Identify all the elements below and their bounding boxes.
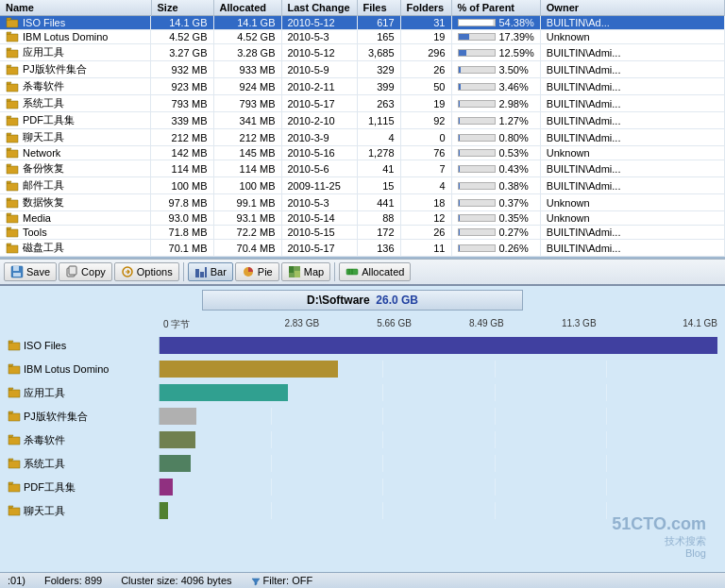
cell-percent: 1.27% xyxy=(451,112,540,129)
bar-label: PJ版软件集合 xyxy=(8,410,159,424)
folder-icon xyxy=(8,481,21,493)
folder-icon xyxy=(6,197,19,209)
bar-label: PDF工具集 xyxy=(8,480,159,495)
cell-size: 97.8 MB xyxy=(151,194,213,211)
toolbar-separator-1 xyxy=(183,262,184,281)
table-row[interactable]: 备份恢复 114 MB 114 MB 2010-5-6 41 7 0.43% B… xyxy=(0,160,725,177)
table-row[interactable]: Tools 71.8 MB 72.2 MB 2010-5-15 172 26 0… xyxy=(0,226,725,240)
table-header-row: Name Size Allocated Last Change Files Fo… xyxy=(0,0,725,16)
cell-percent: 0.27% xyxy=(451,226,540,240)
col-allocated[interactable]: Allocated xyxy=(213,0,281,16)
col-folders[interactable]: Folders xyxy=(400,0,451,16)
bars-container: ISO Files IBM Lotus Domino 应用工具 PJ版软件集合 xyxy=(8,335,717,521)
table-row[interactable]: 磁盘工具 70.1 MB 70.4 MB 2010-5-17 136 11 0.… xyxy=(0,240,725,257)
cell-size: 793 MB xyxy=(151,95,213,112)
axis-label: 8.49 GB xyxy=(440,318,532,331)
toolbar-separator-2 xyxy=(334,262,335,281)
cell-name: 杀毒软件 xyxy=(0,78,151,94)
table-row[interactable]: 数据恢复 97.8 MB 99.1 MB 2010-5-3 441 18 0.3… xyxy=(0,194,725,211)
bar-fill xyxy=(160,384,288,401)
cell-allocated: 145 MB xyxy=(213,146,281,160)
pie-button[interactable]: Pie xyxy=(235,262,279,281)
cell-folders: 26 xyxy=(400,226,451,240)
cell-files: 172 xyxy=(357,226,400,240)
table-row[interactable]: Network 142 MB 145 MB 2010-5-16 1,278 76… xyxy=(0,146,725,160)
cell-allocated: 212 MB xyxy=(213,129,281,146)
allocated-icon xyxy=(346,265,359,278)
cell-lastchange: 2010-5-3 xyxy=(281,194,357,211)
axis-label: 14.1 GB xyxy=(625,318,717,331)
col-lastchange[interactable]: Last Change xyxy=(281,0,357,16)
cell-folders: 50 xyxy=(400,78,451,95)
cell-size: 142 MB xyxy=(151,146,213,160)
table-row[interactable]: 聊天工具 212 MB 212 MB 2010-3-9 4 0 0.80% BU… xyxy=(0,129,725,146)
cell-size: 3.27 GB xyxy=(151,44,213,61)
cell-lastchange: 2010-5-3 xyxy=(281,30,357,44)
cell-lastchange: 2010-5-6 xyxy=(281,160,357,177)
cell-name: IBM Lotus Domino xyxy=(0,30,151,43)
file-table-section: Name Size Allocated Last Change Files Fo… xyxy=(0,0,725,259)
cell-files: 399 xyxy=(357,78,400,95)
allocated-button[interactable]: Allocated xyxy=(339,262,411,281)
bar-fill xyxy=(160,502,168,519)
cell-percent: 3.50% xyxy=(451,61,540,78)
bar-row: 系统工具 xyxy=(8,453,717,474)
table-row[interactable]: 邮件工具 100 MB 100 MB 2009-11-25 15 4 0.38%… xyxy=(0,177,725,194)
cell-name: Media xyxy=(0,211,151,225)
cell-size: 923 MB xyxy=(151,78,213,95)
folder-icon xyxy=(8,387,21,398)
cell-files: 1,115 xyxy=(357,112,400,129)
cell-owner: BUILTIN\Admi... xyxy=(540,129,724,146)
bar-row: 聊天工具 xyxy=(8,500,717,521)
bar-fill xyxy=(160,408,196,425)
table-row[interactable]: PJ版软件集合 932 MB 933 MB 2010-5-9 329 26 3.… xyxy=(0,61,725,78)
bar-label: 应用工具 xyxy=(8,386,159,400)
cell-files: 165 xyxy=(357,30,400,44)
cell-lastchange: 2010-5-15 xyxy=(281,226,357,240)
cell-lastchange: 2009-11-25 xyxy=(281,177,357,194)
col-owner[interactable]: Owner xyxy=(540,0,724,16)
col-size[interactable]: Size xyxy=(151,0,213,16)
table-row[interactable]: Media 93.0 MB 93.1 MB 2010-5-14 88 12 0.… xyxy=(0,211,725,226)
table-row[interactable]: 应用工具 3.27 GB 3.28 GB 2010-5-12 3,685 296… xyxy=(0,44,725,61)
bar-button[interactable]: Bar xyxy=(188,262,233,281)
table-row[interactable]: 系统工具 793 MB 793 MB 2010-5-17 263 19 2.98… xyxy=(0,95,725,112)
bar-fill xyxy=(160,337,717,354)
bar-label: 系统工具 xyxy=(8,457,159,471)
bar-label: ISO Files xyxy=(8,340,159,351)
col-files[interactable]: Files xyxy=(357,0,400,16)
col-percent[interactable]: % of Parent xyxy=(451,0,540,16)
cell-lastchange: 2010-5-12 xyxy=(281,44,357,61)
copy-button[interactable]: Copy xyxy=(59,262,112,281)
folder-icon xyxy=(8,458,21,469)
cell-folders: 296 xyxy=(400,44,451,61)
table-row[interactable]: 杀毒软件 923 MB 924 MB 2010-2-11 399 50 3.46… xyxy=(0,78,725,95)
map-button[interactable]: Map xyxy=(281,262,330,281)
options-button[interactable]: Options xyxy=(114,262,179,281)
cell-folders: 7 xyxy=(400,160,451,177)
col-name[interactable]: Name xyxy=(0,0,151,16)
cell-allocated: 93.1 MB xyxy=(213,211,281,226)
cell-size: 93.0 MB xyxy=(151,211,213,226)
cell-size: 70.1 MB xyxy=(151,240,213,257)
table-row[interactable]: IBM Lotus Domino 4.52 GB 4.52 GB 2010-5-… xyxy=(0,30,725,44)
table-body: ISO Files 14.1 GB 14.1 GB 2010-5-12 617 … xyxy=(0,16,725,257)
cell-lastchange: 2010-5-17 xyxy=(281,95,357,112)
save-button[interactable]: Save xyxy=(4,262,57,281)
cell-folders: 26 xyxy=(400,61,451,78)
cell-percent: 0.35% xyxy=(451,211,540,226)
bar-row: PJ版软件集合 xyxy=(8,406,717,427)
bar-fill xyxy=(160,361,338,378)
folder-icon xyxy=(6,31,19,42)
cell-size: 114 MB xyxy=(151,160,213,177)
cell-lastchange: 2010-5-14 xyxy=(281,211,357,226)
cell-name: ISO Files xyxy=(0,16,151,29)
cell-folders: 12 xyxy=(400,211,451,226)
cell-size: 4.52 GB xyxy=(151,30,213,44)
save-icon xyxy=(10,265,24,278)
table-row[interactable]: PDF工具集 339 MB 341 MB 2010-2-10 1,115 92 … xyxy=(0,112,725,129)
bar-row: PDF工具集 xyxy=(8,477,717,497)
table-row[interactable]: ISO Files 14.1 GB 14.1 GB 2010-5-12 617 … xyxy=(0,16,725,30)
axis-label: 2.83 GB xyxy=(256,318,348,331)
svg-rect-1 xyxy=(13,266,19,271)
